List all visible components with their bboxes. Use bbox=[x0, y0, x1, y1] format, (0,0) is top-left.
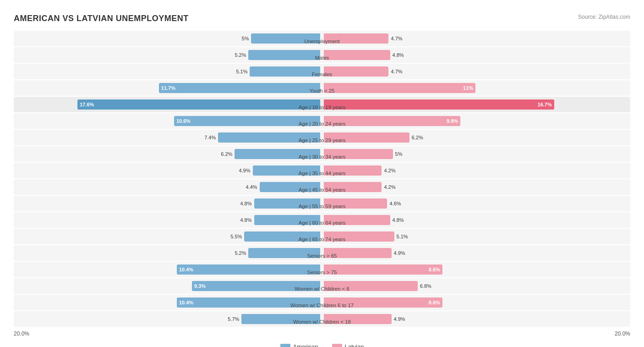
value-right: 4.6% bbox=[389, 201, 401, 206]
value-right: 4.8% bbox=[393, 52, 404, 58]
bar-right: 9.9% bbox=[324, 116, 460, 126]
value-left: 5.5% bbox=[230, 234, 242, 239]
value-inside-left: 11.7% bbox=[159, 85, 175, 91]
value-left: 5.2% bbox=[235, 250, 246, 256]
right-section: 6.8% bbox=[322, 281, 630, 291]
chart-container: AMERICAN VS LATVIAN UNEMPLOYMENT Source:… bbox=[14, 9, 630, 347]
bar-left bbox=[248, 50, 320, 60]
value-right: 4.8% bbox=[393, 217, 404, 223]
value-left: 5.2% bbox=[235, 52, 246, 58]
value-inside-left: 9.3% bbox=[192, 283, 206, 289]
row-inner: 5.5% Age | 65 to 74 years 5.1% bbox=[14, 231, 630, 242]
right-section: 4.7% bbox=[322, 66, 630, 77]
bar-left bbox=[218, 132, 320, 143]
chart-row: 4.8% Age | 60 to 64 years 4.8% bbox=[14, 212, 630, 228]
value-inside-left: 17.6% bbox=[77, 102, 94, 107]
right-section: 6.2% bbox=[322, 132, 630, 143]
value-right: 5% bbox=[395, 151, 403, 157]
axis-right: 20.0% bbox=[615, 330, 630, 337]
chart-row: 6.2% Age | 30 to 34 years 5% bbox=[14, 146, 630, 162]
left-section: 4.8% bbox=[14, 198, 322, 209]
bar-left: 10.4% bbox=[177, 297, 320, 308]
legend-latvian-color bbox=[332, 344, 342, 347]
chart-row: 10.6% Age | 20 to 24 years 9.9% bbox=[14, 113, 630, 129]
row-inner: 6.2% Age | 30 to 34 years 5% bbox=[14, 149, 630, 159]
bar-left: 9.3% bbox=[192, 281, 320, 291]
row-inner: 4.8% Age | 55 to 59 years 4.6% bbox=[14, 198, 630, 209]
chart-row: 5.5% Age | 65 to 74 years 5.1% bbox=[14, 229, 630, 244]
bar-left bbox=[253, 165, 321, 176]
row-inner: 4.9% Age | 35 to 44 years 4.2% bbox=[14, 165, 630, 176]
left-section: 10.4% bbox=[14, 297, 322, 308]
value-inside-right: 8.6% bbox=[429, 300, 442, 305]
value-left: 7.4% bbox=[204, 135, 216, 140]
chart-title: AMERICAN VS LATVIAN UNEMPLOYMENT bbox=[14, 14, 189, 23]
value-left: 4.9% bbox=[239, 168, 250, 173]
legend: American Latvian bbox=[14, 343, 630, 347]
value-inside-left: 10.4% bbox=[177, 300, 193, 305]
bar-left: 11.7% bbox=[159, 83, 320, 93]
left-section: 5.2% bbox=[14, 50, 322, 60]
value-right: 4.9% bbox=[394, 316, 405, 322]
chart-row: 5.2% Males 4.8% bbox=[14, 47, 630, 63]
chart-row: 4.8% Age | 55 to 59 years 4.6% bbox=[14, 196, 630, 211]
right-section: 4.9% bbox=[322, 314, 630, 324]
bar-right bbox=[324, 215, 390, 225]
chart-source: Source: ZipAtlas.com bbox=[578, 14, 630, 20]
bar-right bbox=[324, 231, 394, 242]
right-section: 9.9% bbox=[322, 116, 630, 126]
value-left: 5.1% bbox=[236, 69, 247, 74]
left-section: 11.7% bbox=[14, 83, 322, 93]
right-section: 4.8% bbox=[322, 215, 630, 225]
value-right: 4.2% bbox=[384, 184, 395, 190]
value-inside-left: 10.6% bbox=[174, 118, 191, 124]
legend-latvian: Latvian bbox=[332, 343, 364, 347]
chart-row: 11.7% Youth < 25 11% bbox=[14, 80, 630, 96]
bar-right bbox=[324, 182, 382, 192]
left-section: 5.2% bbox=[14, 248, 322, 258]
legend-american: American bbox=[280, 343, 318, 347]
bar-left bbox=[241, 314, 320, 324]
right-section: 4.7% bbox=[322, 33, 630, 44]
right-section: 4.8% bbox=[322, 50, 630, 60]
bar-right bbox=[324, 50, 390, 60]
chart-row: 5.2% Seniors > 65 4.9% bbox=[14, 245, 630, 261]
left-section: 4.4% bbox=[14, 182, 322, 192]
chart-row: 4.9% Age | 35 to 44 years 4.2% bbox=[14, 163, 630, 178]
right-section: 4.9% bbox=[322, 248, 630, 258]
right-section: 4.2% bbox=[322, 182, 630, 192]
chart-body: 5% Unemployment 4.7% 5.2% bbox=[14, 31, 630, 327]
bar-right bbox=[324, 66, 388, 77]
value-left: 4.8% bbox=[240, 217, 251, 223]
left-section: 4.8% bbox=[14, 215, 322, 225]
left-section: 17.6% bbox=[14, 99, 322, 110]
value-right: 4.2% bbox=[384, 168, 395, 173]
row-inner: 5% Unemployment 4.7% bbox=[14, 33, 630, 44]
value-inside-right: 8.6% bbox=[429, 267, 442, 272]
right-section: 5.1% bbox=[322, 231, 630, 242]
bar-left: 10.4% bbox=[177, 264, 320, 275]
chart-row: 4.4% Age | 45 to 54 years 4.2% bbox=[14, 179, 630, 195]
axis-row: 20.0% 20.0% bbox=[14, 328, 630, 341]
chart-row: 17.6% Age | 16 to 19 years 16.7% bbox=[14, 97, 630, 112]
value-left: 4.4% bbox=[246, 184, 257, 190]
left-section: 5.7% bbox=[14, 314, 322, 324]
row-inner: 5.1% Females 4.7% bbox=[14, 66, 630, 77]
row-inner: 5.2% Males 4.8% bbox=[14, 50, 630, 60]
row-inner: 4.4% Age | 45 to 54 years 4.2% bbox=[14, 182, 630, 192]
value-inside-right: 16.7% bbox=[538, 102, 554, 107]
row-inner: 4.8% Age | 60 to 64 years 4.8% bbox=[14, 215, 630, 225]
chart-header: AMERICAN VS LATVIAN UNEMPLOYMENT Source:… bbox=[14, 14, 630, 23]
bar-right bbox=[324, 149, 393, 159]
left-section: 10.6% bbox=[14, 116, 322, 126]
value-left: 5.7% bbox=[228, 316, 239, 322]
value-left: 6.2% bbox=[221, 151, 232, 157]
chart-row: 5.1% Females 4.7% bbox=[14, 64, 630, 79]
right-section: 4.2% bbox=[322, 165, 630, 176]
row-inner: 5.7% Women w/ Children < 18 4.9% bbox=[14, 314, 630, 324]
row-inner: 11.7% Youth < 25 11% bbox=[14, 83, 630, 93]
row-inner: 10.4% Women w/ Children 6 to 17 8.6% bbox=[14, 297, 630, 308]
right-section: 11% bbox=[322, 83, 630, 93]
bar-left bbox=[254, 198, 321, 209]
bar-left bbox=[235, 149, 320, 159]
